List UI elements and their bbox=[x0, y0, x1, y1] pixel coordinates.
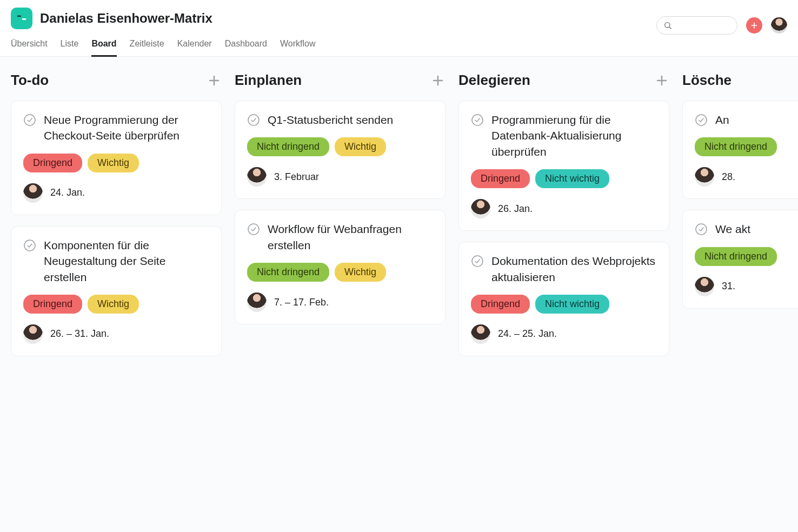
assignee-avatar[interactable] bbox=[23, 324, 43, 344]
task-title: An bbox=[715, 112, 729, 128]
tag-wichtig: Wichtig bbox=[335, 137, 386, 156]
task-title: Komponenten für die Neugestaltung der Se… bbox=[44, 237, 209, 285]
tag-wichtig: Wichtig bbox=[88, 295, 139, 314]
complete-checkbox[interactable] bbox=[247, 114, 260, 127]
svg-point-12 bbox=[248, 115, 259, 125]
complete-checkbox[interactable] bbox=[23, 114, 36, 127]
task-tags: Nicht dringend Wichtig bbox=[247, 263, 433, 282]
add-task-button[interactable] bbox=[207, 73, 222, 88]
column-delegieren: Delegieren Programmierung für die Datenb… bbox=[458, 72, 669, 520]
task-date: 3. Februar bbox=[274, 171, 319, 183]
tag-nicht-wichtig: Nicht wichtig bbox=[535, 295, 609, 314]
svg-point-19 bbox=[696, 224, 707, 235]
task-tags: Dringend Nicht wichtig bbox=[471, 295, 657, 314]
svg-point-17 bbox=[472, 256, 483, 267]
complete-checkbox[interactable] bbox=[695, 114, 708, 127]
svg-rect-1 bbox=[22, 18, 26, 20]
column-header: To-do bbox=[11, 72, 222, 89]
tag-dringend: Dringend bbox=[471, 295, 530, 314]
task-title: We akt bbox=[715, 221, 750, 237]
board-area: To-do Neue Programmierung der Checkout-S… bbox=[0, 57, 798, 532]
plus-icon bbox=[431, 74, 444, 87]
column-title: Lösche bbox=[682, 72, 732, 89]
tab-workflow[interactable]: Workflow bbox=[280, 39, 316, 57]
task-date: 26. – 31. Jan. bbox=[50, 328, 109, 340]
assignee-avatar[interactable] bbox=[247, 292, 267, 312]
tag-wichtig: Wichtig bbox=[88, 154, 139, 172]
task-date: 31. bbox=[722, 281, 735, 292]
svg-point-13 bbox=[248, 224, 259, 235]
task-card[interactable]: Workflow für Webanfragen erstellen Nicht… bbox=[235, 210, 445, 324]
tag-nicht-dringend: Nicht dringend bbox=[695, 247, 777, 266]
tag-nicht-dringend: Nicht dringend bbox=[695, 137, 777, 156]
complete-checkbox[interactable] bbox=[471, 255, 484, 268]
column-title: Einplanen bbox=[235, 72, 302, 89]
task-tags: Nicht dringend Wichtig bbox=[247, 137, 433, 156]
check-circle-icon bbox=[695, 114, 708, 127]
task-title: Dokumentation des Webprojekts aktualisie… bbox=[491, 253, 657, 285]
assignee-avatar[interactable] bbox=[695, 167, 714, 187]
task-card[interactable]: Komponenten für die Neugestaltung der Se… bbox=[11, 226, 222, 356]
tag-wichtig: Wichtig bbox=[335, 263, 386, 282]
tag-dringend: Dringend bbox=[471, 169, 530, 188]
complete-checkbox[interactable] bbox=[23, 239, 36, 252]
complete-checkbox[interactable] bbox=[695, 223, 708, 236]
task-tags: Nicht dringend bbox=[695, 137, 798, 156]
task-tags: Dringend Wichtig bbox=[23, 295, 209, 314]
column-header: Lösche bbox=[682, 72, 798, 89]
search-icon bbox=[663, 21, 672, 30]
assignee-avatar[interactable] bbox=[471, 199, 490, 218]
check-circle-icon bbox=[471, 255, 484, 268]
header-controls bbox=[656, 16, 787, 35]
task-card[interactable]: An Nicht dringend 28. bbox=[682, 101, 798, 199]
assignee-avatar[interactable] bbox=[471, 324, 490, 344]
assignee-avatar[interactable] bbox=[247, 167, 267, 187]
add-button[interactable] bbox=[746, 17, 762, 34]
task-tags: Dringend Wichtig bbox=[23, 154, 209, 172]
plus-icon bbox=[208, 74, 221, 87]
tab-liste[interactable]: Liste bbox=[61, 39, 79, 57]
task-date: 7. – 17. Feb. bbox=[274, 297, 329, 308]
column-header: Einplanen bbox=[235, 72, 445, 89]
plus-icon bbox=[655, 74, 668, 87]
task-title: Workflow für Webanfragen erstellen bbox=[268, 221, 433, 253]
assignee-avatar[interactable] bbox=[23, 183, 43, 203]
board-icon bbox=[16, 12, 28, 24]
tag-nicht-dringend: Nicht dringend bbox=[247, 263, 329, 282]
add-task-button[interactable] bbox=[430, 73, 445, 88]
task-title: Programmierung für die Datenbank-Aktuali… bbox=[491, 112, 657, 159]
check-circle-icon bbox=[695, 223, 708, 236]
svg-rect-0 bbox=[17, 16, 21, 17]
assignee-avatar[interactable] bbox=[695, 277, 714, 296]
complete-checkbox[interactable] bbox=[247, 223, 260, 236]
tab-zeitleiste[interactable]: Zeitleiste bbox=[130, 39, 164, 57]
complete-checkbox[interactable] bbox=[471, 114, 484, 127]
task-date: 24. Jan. bbox=[50, 187, 85, 198]
tag-nicht-wichtig: Nicht wichtig bbox=[535, 169, 609, 188]
add-task-button[interactable] bbox=[654, 73, 669, 88]
column-title: Delegieren bbox=[458, 72, 530, 89]
check-circle-icon bbox=[247, 223, 260, 236]
svg-point-18 bbox=[696, 115, 707, 125]
user-avatar[interactable] bbox=[771, 17, 787, 34]
task-card[interactable]: Neue Programmierung der Checkout-Seite ü… bbox=[11, 101, 222, 215]
project-icon bbox=[11, 8, 32, 29]
tab-uebersicht[interactable]: Übersicht bbox=[11, 39, 48, 57]
search-input[interactable] bbox=[656, 16, 737, 35]
task-date: 28. bbox=[722, 171, 735, 183]
task-date: 26. Jan. bbox=[498, 203, 533, 215]
task-card[interactable]: Q1-Statusbericht senden Nicht dringend W… bbox=[235, 101, 445, 199]
task-card[interactable]: We akt Nicht dringend 31. bbox=[682, 210, 798, 308]
svg-point-8 bbox=[24, 115, 35, 125]
tag-dringend: Dringend bbox=[23, 154, 82, 172]
tab-board[interactable]: Board bbox=[91, 39, 116, 57]
tab-kalender[interactable]: Kalender bbox=[177, 39, 212, 57]
task-title: Neue Programmierung der Checkout-Seite ü… bbox=[44, 112, 209, 144]
plus-icon bbox=[750, 21, 759, 30]
svg-point-16 bbox=[472, 115, 483, 125]
task-card[interactable]: Programmierung für die Datenbank-Aktuali… bbox=[458, 101, 669, 231]
tab-dashboard[interactable]: Dashboard bbox=[225, 39, 267, 57]
task-card[interactable]: Dokumentation des Webprojekts aktualisie… bbox=[458, 242, 669, 356]
tag-nicht-dringend: Nicht dringend bbox=[247, 137, 329, 156]
header: Danielas Eisenhower-Matrix bbox=[0, 0, 798, 29]
